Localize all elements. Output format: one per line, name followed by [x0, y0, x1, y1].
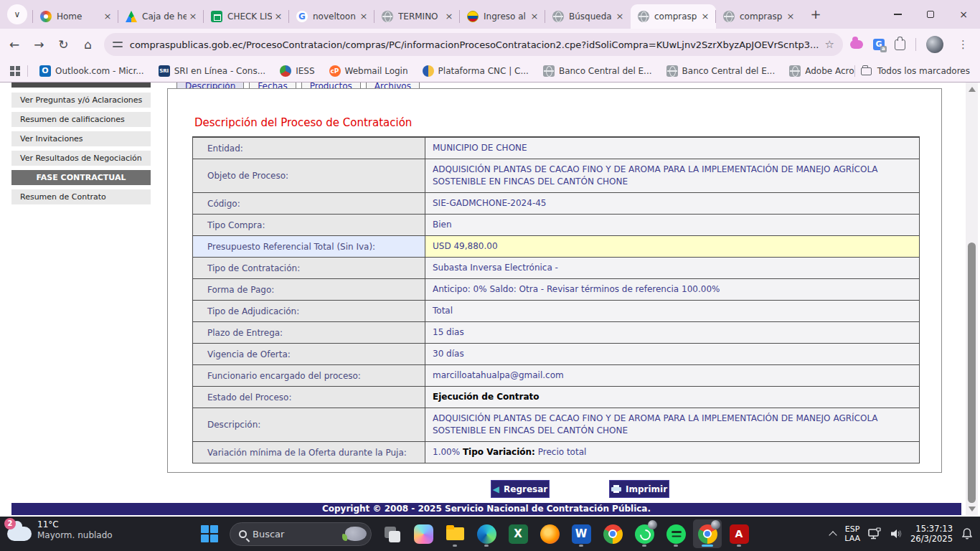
tab-close-icon[interactable]: × [272, 10, 285, 23]
taskbar-edge[interactable] [472, 519, 501, 548]
translate-icon[interactable]: G [873, 39, 885, 50]
tab-search-button[interactable]: ∨ [7, 4, 27, 24]
app-icon [635, 524, 654, 544]
table-row: Descripción: ADQUISICIÓN PLANTAS DE CACA… [193, 408, 919, 441]
sidebar-item-negociacion[interactable]: Ver Resultados de Negociación [11, 151, 151, 166]
bookmark-favicon-icon [789, 65, 801, 77]
bookmark-iess[interactable]: IESS [274, 63, 320, 79]
weather-widget[interactable]: 2 11°C Mayorm. nublado [7, 519, 113, 541]
sidebar-item-calificaciones[interactable]: Resumen de calificaciones [11, 112, 151, 127]
table-row: Objeto de Proceso: ADQUISICIÓN PLANTAS D… [193, 159, 919, 192]
taskbar-acrobat[interactable] [725, 519, 753, 548]
tray-overflow-icon[interactable] [830, 530, 837, 537]
tab-close-icon[interactable]: × [187, 10, 199, 23]
bookmark-star-icon[interactable]: ☆ [825, 38, 834, 51]
back-arrow-icon: ◀ [493, 484, 499, 494]
browser-menu-icon[interactable]: ⋮ [953, 38, 973, 51]
bookmark-sri[interactable]: SRI en Línea - Cons... [153, 63, 271, 79]
sidebar-section-fase-contractual[interactable]: FASE CONTRACTUAL [11, 170, 151, 185]
bookmark-bce-1[interactable]: Banco Central del E... [537, 63, 658, 79]
clock[interactable]: 15:37:13 26/3/2025 [910, 524, 953, 544]
notifications-bell-icon[interactable] [960, 527, 974, 540]
tab-ingreso[interactable]: Ingreso al × [460, 4, 545, 29]
tab-close-icon[interactable]: × [699, 10, 712, 23]
tab-close-icon[interactable]: × [443, 10, 456, 23]
network-icon[interactable] [867, 527, 882, 540]
weather-condition: Mayorm. nublado [37, 530, 113, 541]
close-button[interactable]: × [947, 0, 980, 29]
tab-close-icon[interactable]: × [613, 10, 626, 23]
tab-busqueda[interactable]: Búsqueda × [545, 4, 631, 29]
start-button[interactable] [195, 519, 224, 548]
taskbar-whatsapp[interactable] [630, 519, 659, 548]
volume-icon[interactable] [889, 527, 903, 540]
taskbar-firefox[interactable] [535, 519, 564, 548]
taskbar-spotify[interactable] [661, 519, 690, 548]
tab-compras-2[interactable]: comprasp × [716, 4, 801, 29]
row-value: Bien [425, 215, 919, 235]
table-row: Tipo Compra: Bien [193, 214, 919, 235]
sidebar-item-invitaciones[interactable]: Ver Invitaciones [11, 131, 151, 146]
tab-checklist[interactable]: CHECK LIS × [204, 4, 289, 29]
reload-icon[interactable]: ↻ [53, 33, 73, 56]
back-icon[interactable]: ← [4, 33, 24, 56]
app-icon [698, 524, 717, 544]
maximize-button[interactable] [914, 0, 947, 29]
row-label: Variación mínima de la Oferta durante la… [193, 442, 425, 463]
profile-avatar[interactable] [926, 36, 943, 53]
page-scrollbar[interactable] [966, 83, 978, 516]
sidebar-item-label: FASE CONTRACTUAL [37, 173, 126, 182]
url-text[interactable]: compraspublicas.gob.ec/ProcesoContrataci… [130, 39, 819, 50]
bookmark-label: SRI en Línea - Cons... [174, 66, 265, 76]
forward-icon[interactable]: → [29, 33, 49, 56]
taskbar-copilot[interactable] [409, 519, 438, 548]
bookmark-outlook[interactable]: Outlook.com - Micr... [34, 63, 150, 79]
scroll-down-icon[interactable] [969, 507, 976, 512]
address-bar[interactable]: compraspublicas.gob.ec/ProcesoContrataci… [104, 33, 843, 56]
app-icon [382, 524, 402, 544]
taskbar-word[interactable] [567, 519, 595, 548]
taskbar-file-explorer[interactable] [440, 519, 469, 548]
tab-title: CHECK LIS [227, 11, 272, 22]
taskbar-excel[interactable] [504, 519, 532, 548]
app-icon [572, 524, 591, 544]
tab-caja[interactable]: Caja de he × [118, 4, 204, 29]
bookmark-adobe[interactable]: Adobe Acrobat [783, 63, 854, 79]
tab-title: Caja de he [142, 11, 187, 22]
taskbar-taskview[interactable] [377, 519, 406, 548]
bookmark-webmail[interactable]: Webmail Login [324, 63, 414, 79]
regresar-button[interactable]: ◀ Regresar [491, 480, 550, 498]
weather-extension-icon[interactable] [850, 40, 863, 49]
bookmark-bce-2[interactable]: Banco Central del E... [661, 63, 781, 79]
search-icon [239, 530, 247, 538]
tab-termino[interactable]: TERMINO × [374, 4, 460, 29]
tab-home[interactable]: Home × [33, 4, 118, 29]
imprimir-button[interactable]: Imprimir [609, 480, 669, 498]
row-value: 15 dias [425, 322, 919, 343]
sidebar-item-resumen-contrato[interactable]: Resumen de Contrato [11, 189, 151, 204]
scrollbar-thumb[interactable] [968, 242, 976, 503]
tab-close-icon[interactable]: × [528, 10, 541, 23]
taskbar-chrome[interactable] [598, 519, 627, 548]
home-icon[interactable]: ⌂ [78, 33, 98, 56]
extensions-icon[interactable] [895, 39, 905, 50]
site-info-icon[interactable] [113, 40, 123, 49]
bookmark-label: Outlook.com - Micr... [55, 66, 144, 76]
tab-noveltoon[interactable]: noveltoon × [289, 4, 374, 29]
taskbar-search[interactable]: Buscar [230, 522, 372, 546]
bookmark-cnc[interactable]: Plataforma CNC | C... [417, 63, 534, 79]
taskbar-chrome-active[interactable] [693, 519, 722, 548]
tab-close-icon[interactable]: × [784, 10, 797, 23]
tab-close-icon[interactable]: × [357, 10, 370, 23]
new-tab-button[interactable]: + [806, 4, 826, 24]
bookmark-favicon-icon [39, 65, 51, 77]
language-indicator[interactable]: ESP LAA [844, 524, 860, 543]
table-row: Código: SIE-GADMCHONE-2024-45 [193, 192, 919, 214]
minimize-button[interactable] [881, 0, 914, 29]
tab-compras-active[interactable]: comprasp × [631, 4, 716, 29]
scroll-up-icon[interactable] [969, 87, 976, 92]
apps-grid-icon[interactable] [10, 66, 20, 76]
sidebar-item-preguntas[interactable]: Ver Preguntas y/ó Aclaraciones [11, 93, 151, 108]
tab-close-icon[interactable]: × [101, 10, 114, 23]
all-bookmarks[interactable]: Todos los marcadores [861, 66, 980, 76]
